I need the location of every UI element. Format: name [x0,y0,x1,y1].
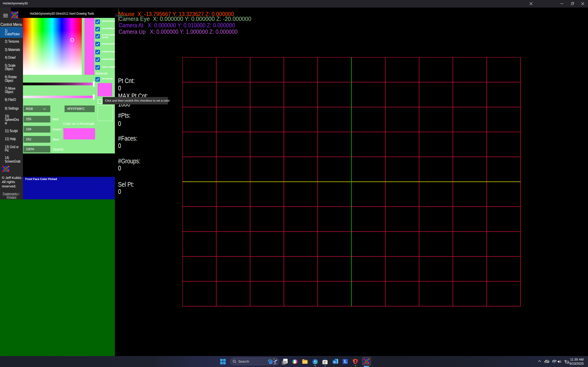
svg-text:O: O [333,360,336,364]
